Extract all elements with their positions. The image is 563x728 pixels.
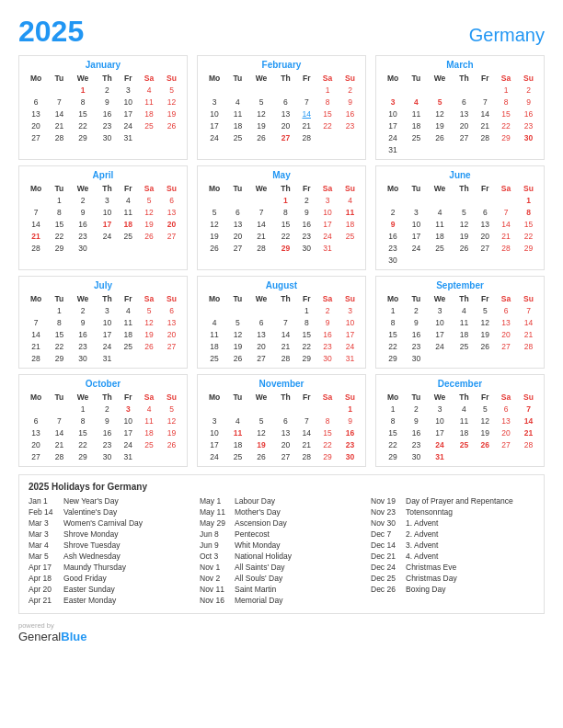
calendar-day: 29 [275, 242, 297, 254]
holiday-date: Jun 9 [200, 540, 231, 550]
brand-blue: Blue [61, 630, 86, 643]
calendar-day [23, 304, 49, 316]
weekday-header: Fr [296, 73, 316, 84]
weekday-header: Tu [227, 293, 247, 304]
calendar-day: 26 [248, 131, 275, 143]
calendar-day: 21 [517, 328, 540, 340]
calendar-day: 7 [275, 316, 297, 328]
calendar-day: 2 [517, 84, 540, 96]
calendar-day: 10 [427, 316, 454, 328]
calendar-day: 9 [70, 206, 97, 218]
calendar-day [454, 254, 476, 266]
holiday-entry: May 1Labour Day [200, 496, 363, 506]
calendar-day: 30 [380, 254, 406, 266]
footer: powered by GeneralBlue [18, 621, 545, 643]
calendar-day: 14 [23, 218, 49, 230]
calendar-day [23, 84, 49, 96]
calendar-day [475, 254, 495, 266]
calendar-day: 23 [97, 119, 119, 131]
holiday-date: Dec 25 [371, 574, 402, 583]
calendar-day: 4 [227, 415, 247, 427]
calendar-day: 29 [495, 131, 517, 143]
holiday-entry: Nov 16Memorial Day [200, 596, 363, 605]
calendar-day: 1 [296, 304, 316, 316]
calendar-day: 19 [138, 328, 160, 340]
holiday-name: Boxing Day [406, 585, 445, 594]
calendar-day: 9 [339, 415, 362, 427]
calendar-day: 29 [517, 242, 540, 254]
calendar-day: 24 [427, 340, 454, 352]
month-title: October [23, 379, 183, 389]
calendar-day: 7 [49, 96, 69, 108]
calendar-day: 12 [475, 415, 495, 427]
calendar-day: 4 [227, 96, 247, 108]
calendar-day: 9 [517, 96, 540, 108]
calendar-day: 1 [495, 84, 517, 96]
calendar-day: 21 [23, 230, 49, 242]
calendar-day [248, 304, 275, 316]
holiday-date: Nov 23 [371, 507, 402, 517]
calendar-day: 25 [454, 340, 476, 352]
calendar-day: 8 [275, 206, 297, 218]
calendar-day: 14 [23, 328, 49, 340]
calendar-day: 6 [454, 96, 476, 108]
calendar-day [201, 403, 227, 415]
calendar-day: 1 [517, 194, 540, 206]
calendar-day: 23 [70, 340, 97, 352]
calendar-day: 7 [296, 96, 316, 108]
calendar-day: 22 [49, 230, 69, 242]
calendar-day: 18 [227, 438, 247, 450]
weekday-header: Fr [296, 293, 316, 304]
weekday-header: Fr [475, 293, 495, 304]
calendar-day: 24 [380, 131, 406, 143]
calendar-day [339, 131, 362, 143]
calendar-day: 2 [296, 194, 316, 206]
holiday-entry: Mar 3Shrove Monday [29, 529, 192, 539]
weekday-header: Sa [495, 183, 517, 194]
holiday-name: 4. Advent [406, 552, 438, 561]
calendar-day [495, 254, 517, 266]
year-label: 2025 [18, 17, 84, 46]
holiday-name: All Souls' Day [235, 574, 282, 583]
holiday-name: Shrove Tuesday [63, 540, 120, 550]
calendar-day [248, 194, 275, 206]
calendar-day [427, 352, 454, 364]
calendar-day [296, 403, 316, 415]
calendar-day: 5 [160, 403, 183, 415]
holidays-grid: Jan 1New Year's DayFeb 14Valentine's Day… [29, 496, 534, 607]
weekday-header: Su [160, 183, 183, 194]
month-title: March [380, 60, 540, 70]
calendar-day: 6 [495, 304, 517, 316]
calendar-day: 5 [227, 316, 247, 328]
calendar-day: 3 [427, 304, 454, 316]
weekday-header: We [427, 73, 454, 84]
holiday-entry: Apr 17Maundy Thursday [29, 563, 192, 572]
holiday-name: 1. Advent [406, 518, 438, 528]
holiday-entry: Nov 301. Advent [371, 518, 534, 528]
calendar-day: 15 [495, 108, 517, 119]
calendar-day: 18 [427, 230, 454, 242]
calendar-day: 8 [70, 415, 97, 427]
holiday-entry: Nov 1All Saints' Day [200, 563, 363, 572]
calendar-day [475, 143, 495, 155]
calendar-day: 25 [227, 450, 247, 462]
calendar-day: 14 [296, 427, 316, 438]
holiday-date: Dec 24 [371, 563, 402, 572]
calendar-day: 26 [160, 438, 183, 450]
weekday-header: Sa [495, 293, 517, 304]
holiday-date: Apr 21 [29, 596, 60, 605]
calendar-day: 4 [406, 96, 426, 108]
calendar-day: 12 [160, 415, 183, 427]
month-table: MoTuWeThFrSaSu12345678910111213141516171… [201, 73, 362, 143]
holiday-date: Apr 20 [29, 585, 60, 594]
calendar-day: 5 [427, 96, 454, 108]
weekday-header: Th [97, 293, 119, 304]
month-table: MoTuWeThFrSaSu12345678910111213141516171… [201, 293, 362, 364]
calendar-day: 13 [275, 427, 297, 438]
weekday-header: Fr [475, 392, 495, 403]
weekday-header: Tu [227, 73, 247, 84]
calendar-day: 26 [475, 438, 495, 450]
holiday-entry: Dec 26Boxing Day [371, 585, 534, 594]
weekday-header: Mo [23, 183, 49, 194]
calendar-day: 3 [97, 304, 119, 316]
